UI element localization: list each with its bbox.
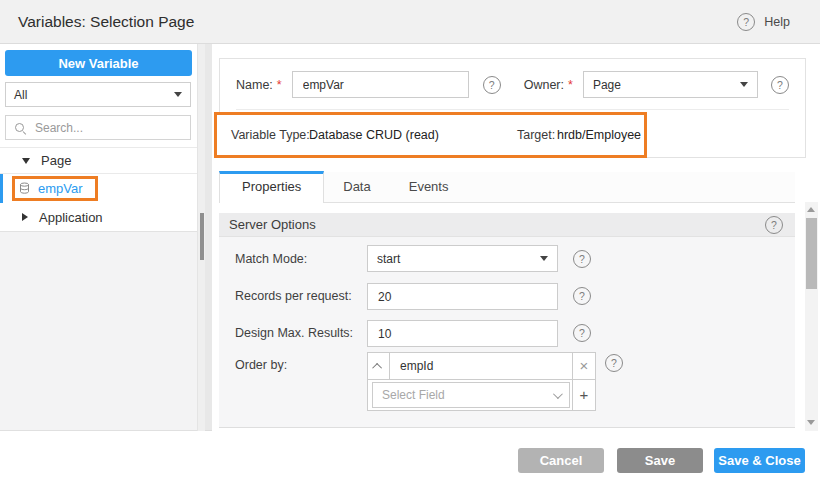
panel-divider	[205, 44, 212, 431]
caret-down-icon	[174, 92, 182, 97]
match-mode-help-icon[interactable]	[573, 250, 591, 268]
dialog-footer: Cancel Save Save & Close	[0, 431, 820, 488]
scroll-down-arrow-icon[interactable]	[807, 420, 815, 425]
server-options-header: Server Options	[219, 213, 795, 237]
remove-order-field-button[interactable]	[572, 353, 595, 379]
variable-type-label: Variable Type:	[231, 115, 310, 155]
expand-caret-icon[interactable]	[22, 158, 30, 164]
variable-search[interactable]	[5, 115, 191, 140]
detail-tabs: Properties Data Events	[219, 172, 795, 203]
collapse-caret-icon[interactable]	[22, 213, 28, 221]
server-options-panel: Server Options Match Mode: start Records…	[219, 213, 795, 428]
tab-properties[interactable]: Properties	[219, 171, 324, 203]
variable-type-value: Database CRUD (read)	[309, 115, 439, 155]
required-marker: *	[568, 78, 573, 92]
tree-item-empvar[interactable]: empVar	[0, 174, 197, 203]
tree-item-label: Page	[41, 153, 71, 168]
design-max-label: Design Max. Results:	[235, 326, 353, 340]
caret-down-icon	[540, 256, 548, 261]
owner-select[interactable]: Page	[583, 71, 758, 98]
required-marker: *	[277, 78, 282, 92]
cancel-button[interactable]: Cancel	[518, 448, 604, 473]
help-label: Help	[764, 15, 790, 29]
variable-detail-panel: Name: * Owner: * Page Variable Type: Dat…	[212, 44, 820, 431]
selected-indicator	[0, 174, 3, 203]
add-icon	[580, 386, 589, 404]
select-field-placeholder: Select Field	[382, 388, 445, 402]
records-per-request-input[interactable]	[367, 283, 558, 310]
server-options-help-icon[interactable]	[765, 216, 783, 234]
sort-ascending-button[interactable]	[368, 353, 390, 379]
highlight-outline: empVar	[12, 176, 98, 201]
name-label: Name:	[236, 78, 273, 92]
target-value: hrdb/Employee	[557, 115, 641, 155]
caret-down-icon	[740, 82, 748, 87]
order-by-help-icon[interactable]	[605, 354, 623, 372]
search-input[interactable]	[33, 120, 192, 136]
select-field-dropdown[interactable]: Select Field	[372, 382, 570, 408]
scroll-up-arrow-icon[interactable]	[807, 207, 815, 212]
match-mode-label: Match Mode:	[235, 252, 307, 266]
target-label: Target:	[517, 115, 555, 155]
sidebar-scrollbar-thumb[interactable]	[200, 213, 204, 260]
tab-events[interactable]: Events	[390, 171, 468, 202]
owner-value: Page	[593, 78, 621, 92]
add-order-field-button[interactable]	[572, 380, 595, 410]
chevron-up-icon	[372, 362, 382, 372]
save-button[interactable]: Save	[617, 448, 703, 473]
name-owner-row: Name: * Owner: * Page	[236, 71, 789, 98]
variable-summary-box: Name: * Owner: * Page Variable Type: Dat…	[219, 58, 806, 158]
field-select-wrap: Select Field	[368, 380, 572, 410]
tab-data[interactable]: Data	[324, 171, 389, 202]
owner-help-icon[interactable]	[771, 76, 789, 94]
match-mode-select[interactable]: start	[367, 245, 558, 272]
records-label: Records per request:	[235, 289, 352, 303]
variables-sidebar: New Variable All Page empVar Application	[0, 44, 197, 431]
scrollbar-thumb[interactable]	[806, 218, 817, 289]
add-order-field-row: Select Field	[367, 380, 596, 411]
chevron-down-icon	[553, 389, 563, 399]
search-icon	[14, 122, 26, 134]
sidebar-scrollbar[interactable]	[197, 44, 205, 431]
new-variable-button[interactable]: New Variable	[5, 50, 192, 76]
dialog-header: Variables: Selection Page Help	[0, 0, 820, 44]
form-divider	[236, 109, 789, 110]
help-button[interactable]: Help	[737, 0, 790, 43]
match-mode-value: start	[377, 252, 400, 266]
properties-scrollbar[interactable]	[805, 202, 818, 431]
design-max-help-icon[interactable]	[573, 324, 591, 342]
help-circle-icon	[737, 13, 755, 31]
close-icon	[580, 357, 589, 375]
tree-item-application[interactable]: Application	[0, 203, 197, 232]
save-and-close-button[interactable]: Save & Close	[714, 448, 805, 473]
records-help-icon[interactable]	[573, 287, 591, 305]
tree-item-page[interactable]: Page	[0, 147, 197, 174]
order-by-field-value: empId	[390, 353, 572, 379]
design-max-results-input[interactable]	[367, 320, 558, 347]
server-options-title: Server Options	[229, 217, 316, 232]
tree-item-label: Application	[39, 210, 103, 225]
order-by-label: Order by:	[235, 358, 287, 372]
variable-filter-select[interactable]: All	[5, 82, 191, 107]
owner-label: Owner:	[524, 78, 564, 92]
name-input[interactable]	[292, 71, 469, 98]
order-by-row: empId	[367, 352, 596, 380]
variable-type-highlight-box: Variable Type: Database CRUD (read) Targ…	[214, 112, 647, 158]
tree-item-label: empVar	[38, 181, 83, 196]
order-by-control: empId Select Field	[367, 352, 596, 411]
name-help-icon[interactable]	[483, 76, 501, 94]
variable-filter-value: All	[14, 88, 27, 102]
page-title: Variables: Selection Page	[18, 0, 194, 43]
database-variable-icon	[19, 182, 31, 195]
sidebar-empty-area	[0, 232, 197, 431]
